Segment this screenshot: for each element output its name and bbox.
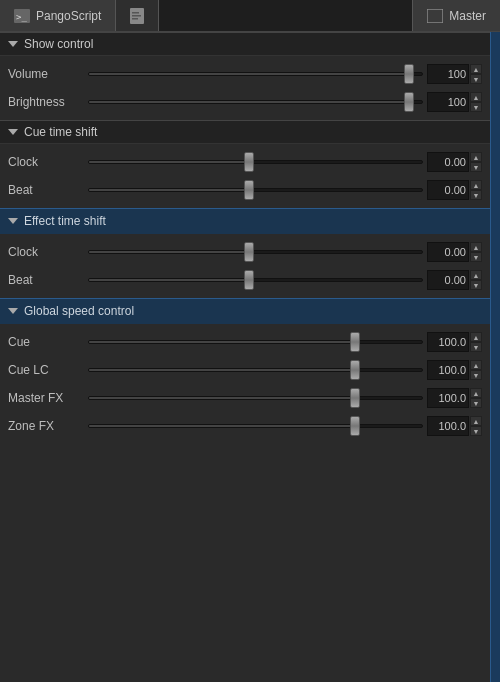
section-effect-time-shift-header: Effect time shift xyxy=(0,208,490,234)
effect-beat-slider[interactable] xyxy=(88,270,423,290)
tab-master[interactable]: Master xyxy=(412,0,500,31)
effect-clock-track xyxy=(88,250,423,254)
volume-thumb[interactable] xyxy=(404,64,414,84)
svg-rect-5 xyxy=(132,18,138,20)
cue-beat-down-btn[interactable]: ▼ xyxy=(470,190,482,200)
zonefx-speed-slider[interactable] xyxy=(88,416,423,436)
cue-speed-down-btn[interactable]: ▼ xyxy=(470,342,482,352)
effect-clock-up-btn[interactable]: ▲ xyxy=(470,242,482,252)
cue-speed-fill xyxy=(89,341,355,343)
zonefx-speed-fill xyxy=(89,425,355,427)
masterfx-speed-spinner: ▲ ▼ xyxy=(470,388,482,408)
cue-clock-up-btn[interactable]: ▲ xyxy=(470,152,482,162)
cuelc-speed-label: Cue LC xyxy=(8,363,88,377)
section-cue-time-shift-header: Cue time shift xyxy=(0,120,490,144)
effect-clock-thumb[interactable] xyxy=(244,242,254,262)
tab-master-label: Master xyxy=(449,9,486,23)
cue-clock-value: 0.00 xyxy=(427,152,469,172)
zonefx-speed-label: Zone FX xyxy=(8,419,88,433)
main-content: Show control Volume 100 ▲ ▼ Brightness xyxy=(0,32,490,444)
effect-beat-fill xyxy=(89,279,249,281)
tab-pangoscript[interactable]: >_ PangoScript xyxy=(0,0,116,31)
section-global-speed-body: Cue 100.0 ▲ ▼ Cue LC xyxy=(0,324,490,444)
cue-clock-down-btn[interactable]: ▼ xyxy=(470,162,482,172)
cue-speed-slider[interactable] xyxy=(88,332,423,352)
zonefx-speed-up-btn[interactable]: ▲ xyxy=(470,416,482,426)
cue-beat-thumb[interactable] xyxy=(244,180,254,200)
cue-clock-label: Clock xyxy=(8,155,88,169)
masterfx-speed-up-btn[interactable]: ▲ xyxy=(470,388,482,398)
cue-clock-row: Clock 0.00 ▲ ▼ xyxy=(0,148,490,176)
effect-chevron-icon xyxy=(8,218,18,224)
cue-speed-thumb[interactable] xyxy=(350,332,360,352)
terminal-icon: >_ xyxy=(14,9,30,23)
svg-text:>_: >_ xyxy=(16,12,27,22)
svg-rect-6 xyxy=(427,9,443,23)
cue-clock-thumb[interactable] xyxy=(244,152,254,172)
section-cue-time-shift-label: Cue time shift xyxy=(24,125,97,139)
brightness-row: Brightness 100 ▲ ▼ xyxy=(0,88,490,116)
effect-beat-row: Beat 0.00 ▲ ▼ xyxy=(0,266,490,294)
zonefx-speed-value: 100.0 xyxy=(427,416,469,436)
brightness-fill xyxy=(89,101,409,103)
cue-speed-up-btn[interactable]: ▲ xyxy=(470,332,482,342)
section-effect-time-shift-body: Clock 0.00 ▲ ▼ Beat xyxy=(0,234,490,298)
zonefx-speed-thumb[interactable] xyxy=(350,416,360,436)
doc-icon xyxy=(130,8,144,24)
cue-beat-fill xyxy=(89,189,249,191)
effect-clock-fill xyxy=(89,251,249,253)
section-cue-time-shift-body: Clock 0.00 ▲ ▼ Beat xyxy=(0,144,490,208)
cue-clock-fill xyxy=(89,161,249,163)
cuelc-speed-up-btn[interactable]: ▲ xyxy=(470,360,482,370)
cue-speed-spinner: ▲ ▼ xyxy=(470,332,482,352)
cue-beat-up-btn[interactable]: ▲ xyxy=(470,180,482,190)
effect-clock-slider[interactable] xyxy=(88,242,423,262)
volume-down-btn[interactable]: ▼ xyxy=(470,74,482,84)
masterfx-speed-track xyxy=(88,396,423,400)
effect-beat-up-btn[interactable]: ▲ xyxy=(470,270,482,280)
cuelc-speed-row: Cue LC 100.0 ▲ ▼ xyxy=(0,356,490,384)
right-sidebar-bar xyxy=(490,32,500,682)
brightness-track xyxy=(88,100,423,104)
tab-doc[interactable] xyxy=(116,0,159,31)
volume-up-btn[interactable]: ▲ xyxy=(470,64,482,74)
brightness-value: 100 xyxy=(427,92,469,112)
brightness-up-btn[interactable]: ▲ xyxy=(470,92,482,102)
tab-pangoscript-label: PangoScript xyxy=(36,9,101,23)
cuelc-speed-spinner: ▲ ▼ xyxy=(470,360,482,380)
section-global-speed: Global speed control Cue 100.0 ▲ ▼ Cue xyxy=(0,298,490,444)
brightness-thumb[interactable] xyxy=(404,92,414,112)
cue-clock-slider[interactable] xyxy=(88,152,423,172)
cuelc-speed-down-btn[interactable]: ▼ xyxy=(470,370,482,380)
effect-beat-down-btn[interactable]: ▼ xyxy=(470,280,482,290)
volume-row: Volume 100 ▲ ▼ xyxy=(0,60,490,88)
zonefx-speed-down-btn[interactable]: ▼ xyxy=(470,426,482,436)
effect-beat-thumb[interactable] xyxy=(244,270,254,290)
section-show-control-body: Volume 100 ▲ ▼ Brightness xyxy=(0,56,490,120)
effect-beat-track xyxy=(88,278,423,282)
section-show-control: Show control Volume 100 ▲ ▼ Brightness xyxy=(0,32,490,120)
masterfx-speed-row: Master FX 100.0 ▲ ▼ xyxy=(0,384,490,412)
effect-clock-label: Clock xyxy=(8,245,88,259)
cue-beat-value: 0.00 xyxy=(427,180,469,200)
cue-speed-row: Cue 100.0 ▲ ▼ xyxy=(0,328,490,356)
section-effect-time-shift: Effect time shift Clock 0.00 ▲ ▼ Beat xyxy=(0,208,490,298)
tab-bar: >_ PangoScript Master xyxy=(0,0,500,32)
chevron-down-icon xyxy=(8,41,18,47)
masterfx-speed-down-btn[interactable]: ▼ xyxy=(470,398,482,408)
brightness-down-btn[interactable]: ▼ xyxy=(470,102,482,112)
masterfx-speed-slider[interactable] xyxy=(88,388,423,408)
section-show-control-label: Show control xyxy=(24,37,93,51)
volume-spinner: ▲ ▼ xyxy=(470,64,482,84)
zonefx-speed-track xyxy=(88,424,423,428)
zonefx-speed-row: Zone FX 100.0 ▲ ▼ xyxy=(0,412,490,440)
masterfx-speed-thumb[interactable] xyxy=(350,388,360,408)
cuelc-speed-slider[interactable] xyxy=(88,360,423,380)
volume-slider[interactable] xyxy=(88,64,423,84)
brightness-slider[interactable] xyxy=(88,92,423,112)
cuelc-speed-thumb[interactable] xyxy=(350,360,360,380)
effect-clock-down-btn[interactable]: ▼ xyxy=(470,252,482,262)
section-global-speed-label: Global speed control xyxy=(24,304,134,318)
cue-chevron-icon xyxy=(8,129,18,135)
cue-beat-slider[interactable] xyxy=(88,180,423,200)
